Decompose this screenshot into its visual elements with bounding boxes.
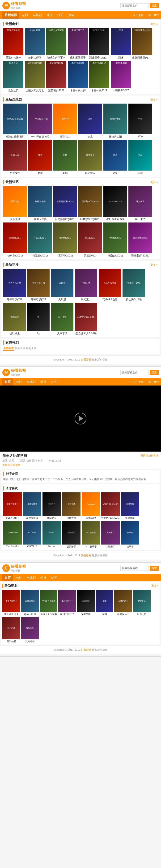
- list-item[interactable]: 天命 天命: [128, 140, 152, 175]
- list-item[interactable]: 世界之口 世界之口: [133, 590, 151, 616]
- nav-anime[interactable]: 动漫: [44, 11, 55, 19]
- nav-home-3[interactable]: 首页: [2, 574, 13, 581]
- list-item[interactable]: DEEP DARK 深邃黑暗(DEEP DARK): [89, 28, 109, 59]
- search-input-3[interactable]: [120, 566, 149, 570]
- nav-movie-3[interactable]: 电影: [13, 574, 24, 581]
- list-item[interactable]: CLOSUS CLOSUS: [23, 521, 41, 548]
- list-item[interactable]: 凉意 凉意: [78, 103, 102, 138]
- list-item[interactable]: Nexus Nexus: [42, 521, 61, 548]
- list-item[interactable]: 魔幻王国王子 魔幻王国王子: [68, 28, 88, 59]
- list-item[interactable]: 地狱之火下军事 地狱之火下军事: [40, 590, 57, 616]
- list-item[interactable]: 资深老师(2021) 资深老师(2021): [128, 222, 152, 257]
- list-item[interactable]: 魔幻王国王子 魔幻王国王子: [58, 590, 76, 616]
- list-item[interactable]: 神秘的太阳 神秘的太阳: [103, 103, 127, 138]
- app-link-2[interactable]: APP: [154, 380, 159, 383]
- list-item[interactable]: 梦想 梦想: [28, 140, 52, 175]
- list-item[interactable]: 聚英魂灵2021 聚英魂灵2021: [46, 61, 66, 92]
- list-item[interactable]: 超神大师 超神大师: [62, 492, 80, 520]
- nav-movie[interactable]: 电影: [19, 11, 30, 19]
- nav-search[interactable]: 搜索: [66, 11, 77, 19]
- list-item[interactable]: 周元正太 周元正太: [75, 269, 97, 301]
- list-item[interactable]: 深渊黑暗 深渊黑暗: [121, 492, 139, 520]
- anime-more[interactable]: 更多 »: [150, 263, 158, 267]
- list-item[interactable]: 第三(2021) 第三(2021): [78, 222, 102, 257]
- list-item[interactable]: 重返卢比扬卡 重返卢比扬卡: [2, 590, 20, 616]
- mini-movies-more[interactable]: 更多 »: [151, 584, 159, 587]
- footer-link-3[interactable]: 好看影视: [81, 648, 91, 651]
- search-button[interactable]: 搜索: [150, 3, 159, 8]
- list-item[interactable]: 列男大主播 列男大主播: [28, 186, 52, 221]
- logo[interactable]: 好 好看影视 高清影视: [2, 1, 26, 10]
- nav-drama[interactable]: 电视剧: [30, 11, 44, 19]
- tab-latest[interactable]: 最新上映: [26, 347, 36, 350]
- list-item[interactable]: The Prowler The Prowler: [3, 521, 22, 548]
- list-item[interactable]: 学神 学神: [128, 103, 152, 138]
- list-item[interactable]: 骑士决斗14场 骑士决斗14场: [123, 269, 145, 301]
- nav-variety[interactable]: 综艺: [55, 11, 66, 19]
- list-item[interactable]: 地狱之火下军事 地狱之火下军事: [46, 28, 66, 59]
- list-item[interactable]: 超神大师傅 超神大师傅: [23, 492, 41, 520]
- nav-anime-2[interactable]: 动漫: [38, 378, 49, 385]
- list-item[interactable]: 恋爱世界共3-14场 恋爱世界共3-14场: [75, 303, 97, 335]
- list-item[interactable]: 出路阿迪王 出路阿迪王: [114, 590, 132, 616]
- list-item[interactable]: 传送三(2021) 传送三(2021): [28, 222, 52, 257]
- play-button[interactable]: [74, 413, 87, 425]
- list-item[interactable]: 猎杀者 猎杀者: [121, 521, 139, 548]
- list-item[interactable]: 大神来了 大神来了: [101, 521, 120, 548]
- list-item[interactable]: 木星传说2017 木星传说2017: [89, 61, 109, 92]
- list-item[interactable]: 深邃黑暗 深邃黑暗: [77, 590, 95, 616]
- list-item[interactable]: 木星传说大师 木星传说大师: [68, 61, 88, 92]
- latest-movies-more[interactable]: 更多 »: [150, 23, 158, 26]
- list-item[interactable]: 爱乐之城 爱乐之城: [3, 186, 27, 221]
- download-link-2[interactable]: 下载: [146, 380, 151, 384]
- list-item[interactable]: 等等可以打哦 等等可以打哦: [27, 269, 50, 301]
- nav-variety-3[interactable]: 综艺: [49, 574, 60, 581]
- search-button-3[interactable]: 搜索: [150, 566, 159, 571]
- nav-variety-2[interactable]: 综艺: [49, 378, 60, 385]
- list-item[interactable]: 我们的爱 我们的爱: [2, 617, 20, 643]
- nav-home[interactable]: 最新电影: [2, 11, 19, 19]
- list-item[interactable]: 生意女友 生意女友: [3, 140, 27, 175]
- tab-all[interactable]: 全部列表: [3, 347, 14, 350]
- list-item[interactable]: 动 动: [27, 303, 50, 335]
- download-link[interactable]: 下载: [146, 13, 151, 17]
- nav-home-2[interactable]: 首页: [2, 378, 13, 385]
- list-item[interactable]: 超级杀手 超级杀手: [62, 521, 80, 548]
- list-item[interactable]: 深渊 深渊: [96, 590, 113, 616]
- list-item[interactable]: 深渊 深渊: [111, 28, 131, 59]
- nav-drama-3[interactable]: 电视剧: [24, 574, 38, 581]
- search-input[interactable]: [120, 3, 149, 8]
- today-update[interactable]: 今日更新: [133, 13, 143, 17]
- footer-link[interactable]: 好看影视: [81, 358, 91, 361]
- list-item[interactable]: 世界之口 世界之口: [3, 61, 23, 92]
- today-update-2[interactable]: 今日更新: [133, 380, 143, 384]
- list-item[interactable]: 更多 更多: [103, 140, 127, 175]
- nav-drama-2[interactable]: 电视剧: [24, 378, 38, 385]
- footer-link-2[interactable]: 好看影视: [81, 554, 91, 557]
- logo-2[interactable]: 好 好看影视 高清影视: [2, 368, 26, 377]
- list-item[interactable]: 重返卢比扬卡 重返卢比扬卡: [3, 492, 22, 520]
- list-item[interactable]: 花MARS动漫 花MARS动漫: [99, 269, 121, 301]
- list-item[interactable]: 地狱之火 地狱之火: [42, 492, 61, 520]
- list-item[interactable]: 一个开窗前与后 一个开窗前与后: [28, 103, 52, 138]
- list-item[interactable]: 漂亮书生 漂亮书生: [53, 103, 77, 138]
- variety-more[interactable]: 更多 »: [150, 181, 158, 184]
- list-item[interactable]: 热时代(2021) 热时代(2021): [3, 222, 27, 257]
- list-item[interactable]: 天凤星 天凤星: [51, 269, 73, 301]
- list-item[interactable]: 就是要你味(2021) 就是要你味(2021): [53, 186, 77, 221]
- app-link[interactable]: APP: [154, 14, 159, 17]
- list-item[interactable]: 再见爱人 再见爱人: [78, 140, 102, 175]
- list-item[interactable]: 知情 知情: [53, 140, 77, 175]
- list-item[interactable]: 等等可以打哦 等等可以打哦: [3, 269, 26, 301]
- list-item[interactable]: 超神大师傅 超神大师傅: [25, 28, 45, 59]
- list-item[interactable]: 金陵大师兄传世 金陵大师兄传世: [25, 61, 45, 92]
- list-item[interactable]: 潮流说 最新日韩 潮流说 最新日韩: [3, 103, 27, 138]
- list-item[interactable]: 机动战士 机动战士: [3, 303, 26, 335]
- list-item[interactable]: 到梦想来了(2021) 到梦想来了(2021): [78, 186, 102, 221]
- latest-dramas-more[interactable]: 更多 »: [150, 98, 158, 101]
- nav-movie-2[interactable]: 电影: [13, 378, 24, 385]
- list-item[interactable]: Jot Stu Hot Stu Jot Stu Hot Stu: [103, 186, 127, 221]
- list-item[interactable]: 出路阿迪王的传说 出路阿迪王的传说: [132, 28, 152, 59]
- video-player[interactable]: [0, 385, 161, 452]
- list-item[interactable]: 十二夜杀手 十二夜杀手: [82, 521, 100, 548]
